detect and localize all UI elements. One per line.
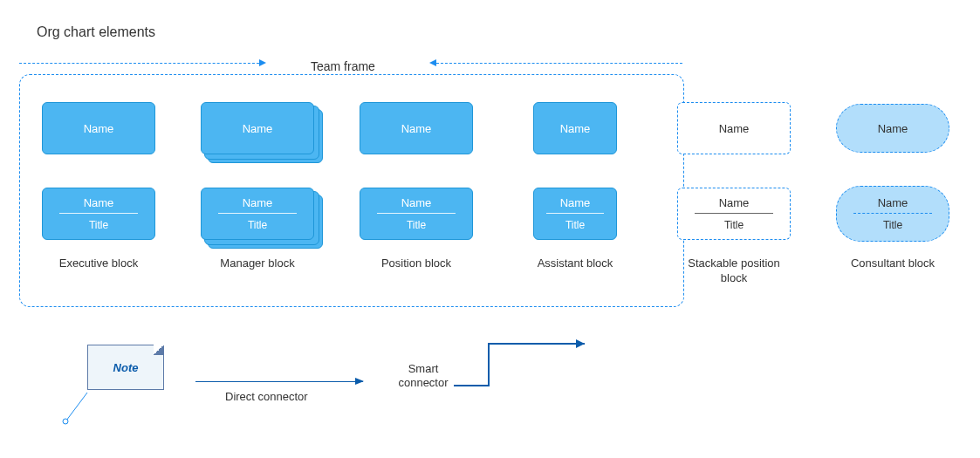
column-position: Name Name Title Position block [360,98,473,286]
block-name-label: Name [243,122,273,135]
note-tail [61,393,96,427]
block-divider [377,213,456,214]
block-name-label: Name [401,122,432,135]
direct-connector-label: Direct connector [225,390,308,403]
page-title: Org chart elements [37,24,155,40]
block-title-label: Title [565,219,585,231]
block-divider [546,213,604,214]
assistant-block-name-title[interactable]: Name Title [533,188,617,240]
executive-block-name-only[interactable]: Name [42,102,155,154]
column-executive: Name Name Title Executive block [42,98,155,286]
block-divider [218,213,297,214]
note-shape[interactable]: Note [87,345,164,390]
block-name-label: Name [560,122,591,135]
block-name-label: Name [243,196,273,209]
column-assistant: Name Name Title Assistant block [518,98,632,286]
block-name-label: Name [878,196,908,209]
block-name-label: Name [84,196,114,209]
column-consultant: Name Name Title Consultant block [836,98,949,286]
block-title-label: Title [407,219,426,231]
position-block-name-only[interactable]: Name [360,102,473,154]
position-block-name-title[interactable]: Name Title [360,188,473,240]
column-caption: Executive block [59,256,138,271]
block-title-label: Title [883,219,902,231]
svg-point-1 [63,419,68,424]
manager-block-name-title[interactable]: Name Title [201,188,314,240]
team-frame-arrow-left [19,63,259,64]
column-stackable: Name Name Title Stackable position block [677,98,791,286]
team-frame-label: Team frame [311,59,375,73]
team-frame-arrowhead-left [429,59,436,66]
block-divider [853,213,932,214]
direct-connector[interactable] [195,381,363,382]
stackable-block-name-title[interactable]: Name Title [677,188,791,240]
team-frame-arrowhead-right [259,59,266,66]
smart-connector-label: Smart connector [384,362,463,389]
manager-block-name-only[interactable]: Name [201,102,314,154]
block-divider [695,213,773,214]
column-caption: Manager block [220,256,294,271]
bottom-row: Note Direct connector Smart connector [0,345,980,458]
block-divider [59,213,138,214]
block-name-label: Name [719,122,750,135]
consultant-block-name-title[interactable]: Name Title [836,186,949,242]
column-caption: Consultant block [851,256,935,271]
smart-connector[interactable] [454,340,593,393]
column-caption: Assistant block [538,256,613,271]
block-title-label: Title [248,219,267,231]
stackable-block-name-only[interactable]: Name [677,102,791,154]
svg-line-0 [66,393,87,420]
note-label: Note [113,361,139,374]
block-name-label: Name [84,122,114,135]
block-name-label: Name [560,196,591,209]
executive-block-name-title[interactable]: Name Title [42,188,155,240]
column-caption: Position block [381,256,451,271]
columns-container: Name Name Title Executive block Name [42,98,949,286]
block-name-label: Name [719,196,750,209]
block-name-label: Name [878,122,908,135]
block-title-label: Title [89,219,108,231]
consultant-block-name-only[interactable]: Name [836,104,949,153]
block-name-label: Name [401,196,432,209]
column-caption: Stackable position block [677,256,791,286]
block-title-label: Title [724,219,744,231]
assistant-block-name-only[interactable]: Name [533,102,617,154]
column-manager: Name Name Title Manager block [201,98,314,286]
team-frame-arrow-right [436,63,682,64]
